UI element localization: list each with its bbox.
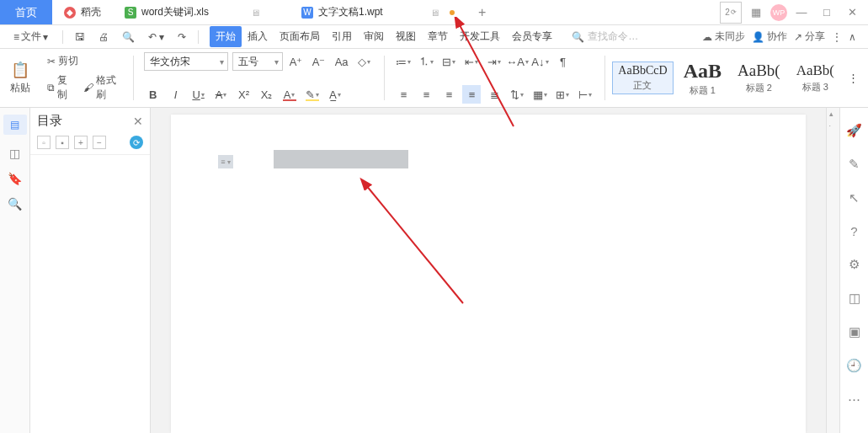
more-menu[interactable]: ⋮ xyxy=(832,31,842,43)
qa-save-icon[interactable]: 🖫 xyxy=(71,29,89,45)
line-spacing-button[interactable]: ⇅ xyxy=(508,85,526,104)
document-page[interactable]: ≡ xyxy=(171,115,806,433)
collapse-ribbon[interactable]: ∧ xyxy=(849,31,856,43)
rocket-icon[interactable]: 🚀 xyxy=(846,123,862,138)
tab-docer[interactable]: ◆ 稻壳 xyxy=(52,0,113,24)
indent-dec-button[interactable]: ⇤ xyxy=(462,52,481,71)
ribbon-tab-view[interactable]: 视图 xyxy=(390,26,422,47)
increase-font-button[interactable]: A⁺ xyxy=(287,52,306,71)
style-heading1[interactable]: AaB 标题 1 xyxy=(678,57,727,99)
change-case-button[interactable]: Aa xyxy=(333,52,351,71)
strike-button[interactable]: A xyxy=(212,85,231,104)
new-tab-button[interactable]: + xyxy=(466,0,498,24)
share-button[interactable]: ↗分享 xyxy=(794,29,825,44)
align-center-button[interactable]: ≡ xyxy=(417,85,435,104)
close-button[interactable]: ✕ xyxy=(841,2,863,24)
pen-icon[interactable]: ✎ xyxy=(849,157,860,172)
char-shading-button[interactable]: A̲ xyxy=(326,85,344,104)
highlight-button[interactable]: ✎ xyxy=(303,85,322,104)
cursor-icon[interactable]: ↖ xyxy=(849,190,860,206)
close-icon[interactable]: ✕ xyxy=(133,115,143,128)
borders-button[interactable]: ⊞ xyxy=(553,85,572,104)
subscript-button[interactable]: X₂ xyxy=(258,85,276,104)
avatar[interactable]: WP xyxy=(770,4,787,21)
align-right-button[interactable]: ≡ xyxy=(439,85,458,104)
multilevel-button[interactable]: ⊟ xyxy=(439,52,458,71)
ribbon-tab-layout[interactable]: 页面布局 xyxy=(274,26,326,47)
help-icon[interactable]: ? xyxy=(850,224,857,238)
paste-button[interactable]: 📋 粘贴 xyxy=(5,52,35,104)
bookmark-icon[interactable]: 🔖 xyxy=(8,172,22,185)
apps-icon[interactable]: ▦ xyxy=(745,2,767,24)
document-area[interactable]: ≡ xyxy=(151,108,826,433)
sync-status[interactable]: ☁未同步 xyxy=(702,29,745,44)
cut-button[interactable]: ✂剪切 xyxy=(44,52,123,70)
nav-expand-button[interactable]: ▫ xyxy=(37,136,51,149)
sort-button[interactable]: A↓ xyxy=(530,52,549,71)
styles-more-button[interactable]: ⋮ xyxy=(844,69,863,88)
ruler-up-icon[interactable]: ▴ xyxy=(829,110,838,118)
nav-add-button[interactable]: + xyxy=(74,136,88,149)
close-icon[interactable] xyxy=(272,9,278,15)
left-icon-bar: ▤ ◫ 🔖 🔍 xyxy=(0,108,30,433)
note-icon[interactable]: ◫ xyxy=(9,147,20,160)
ribbon-tab-member[interactable]: 会员专享 xyxy=(506,26,558,47)
underline-button[interactable]: U xyxy=(189,85,208,104)
align-distribute-button[interactable]: ≣ xyxy=(485,85,503,104)
style-heading3[interactable]: AaBb( 标题 3 xyxy=(791,60,840,96)
recent-count-button[interactable]: 2⟳ xyxy=(720,2,742,24)
maximize-button[interactable]: □ xyxy=(816,2,838,24)
char-spacing-button[interactable]: ↔A xyxy=(508,52,526,71)
style-normal[interactable]: AaBbCcD 正文 xyxy=(612,61,673,94)
command-search[interactable]: 🔍 查找命令… xyxy=(572,29,638,44)
italic-button[interactable]: I xyxy=(167,85,185,104)
tab-spreadsheet[interactable]: S word关键词.xls 🖥 xyxy=(113,0,290,24)
clear-format-button[interactable]: ◇ xyxy=(355,52,374,71)
layers-icon[interactable]: ▣ xyxy=(849,324,860,339)
hamburger-menu[interactable]: ≡ 文件 ▾ xyxy=(7,28,55,45)
qa-print-icon[interactable]: 🖨 xyxy=(94,29,113,45)
page-marker-icon[interactable]: ≡ xyxy=(218,155,233,168)
superscript-button[interactable]: X² xyxy=(235,85,253,104)
qa-undo-icon[interactable]: ↶ ▾ xyxy=(144,29,168,45)
fontcolor-button[interactable]: A xyxy=(280,85,299,104)
font-size-select[interactable]: 五号 xyxy=(232,52,283,71)
shading-button[interactable]: ▦ xyxy=(530,85,549,104)
qa-redo-icon[interactable]: ↷ xyxy=(173,29,190,45)
decrease-font-button[interactable]: A⁻ xyxy=(310,52,328,71)
doc-icon[interactable]: ◫ xyxy=(849,291,860,306)
bold-button[interactable]: B xyxy=(144,85,162,104)
align-left-button[interactable]: ≡ xyxy=(394,85,413,104)
align-justify-button[interactable]: ≡ xyxy=(462,85,481,104)
style-heading2[interactable]: AaBb( 标题 2 xyxy=(732,59,786,97)
tabs-button[interactable]: ⊢ xyxy=(576,85,594,104)
ribbon-tab-dev[interactable]: 开发工具 xyxy=(454,26,506,47)
numbering-button[interactable]: ⒈ xyxy=(417,52,435,71)
font-name-select[interactable]: 华文仿宋 xyxy=(144,52,228,71)
tab-home[interactable]: 首页 xyxy=(0,0,52,24)
nav-sync-button[interactable]: ⟳ xyxy=(130,136,143,149)
tab-label: 稻壳 xyxy=(81,5,101,19)
more-icon[interactable]: ⋯ xyxy=(848,392,860,407)
ribbon-tab-section[interactable]: 章节 xyxy=(422,26,454,47)
nav-remove-button[interactable]: − xyxy=(93,136,106,149)
copy-button[interactable]: ⧉复制 xyxy=(44,72,76,104)
docer-icon: ◆ xyxy=(64,7,76,19)
collab-button[interactable]: 👤协作 xyxy=(752,29,787,44)
minimize-button[interactable]: — xyxy=(791,2,812,24)
qa-preview-icon[interactable]: 🔍 xyxy=(118,29,139,45)
history-icon[interactable]: 🕘 xyxy=(846,358,862,373)
find-icon[interactable]: 🔍 xyxy=(8,197,22,211)
outline-panel-button[interactable]: ▤ xyxy=(3,115,27,135)
ribbon-tab-insert[interactable]: 插入 xyxy=(242,26,274,47)
ribbon-tab-start[interactable]: 开始 xyxy=(210,26,242,47)
ribbon-tab-references[interactable]: 引用 xyxy=(326,26,358,47)
settings-icon[interactable]: ⚙ xyxy=(849,257,860,272)
tab-writer-active[interactable]: W 文字文稿1.wpt 🖥 xyxy=(290,0,466,24)
nav-collapse-button[interactable]: ▪ xyxy=(56,136,69,149)
show-marks-button[interactable]: ¶ xyxy=(553,52,572,71)
indent-inc-button[interactable]: ⇥ xyxy=(485,52,503,71)
format-painter-button[interactable]: 🖌格式刷 xyxy=(80,72,123,104)
bullets-button[interactable]: ≔ xyxy=(394,52,413,71)
ribbon-tab-review[interactable]: 审阅 xyxy=(358,26,390,47)
